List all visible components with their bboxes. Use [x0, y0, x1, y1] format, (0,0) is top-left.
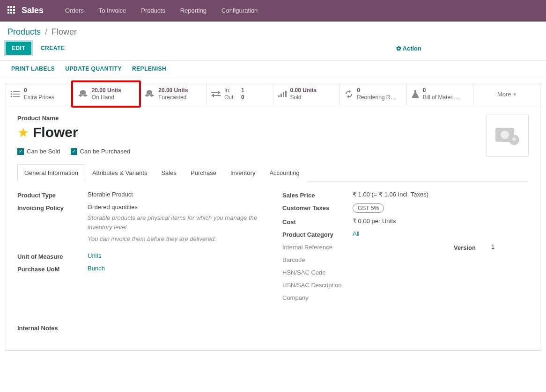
- breadcrumb: Products / Flower: [7, 27, 77, 37]
- action-row: EDIT CREATE ✿Action: [0, 37, 546, 61]
- transfer-icon: [211, 90, 221, 98]
- breadcrumb-sep: /: [45, 27, 47, 36]
- hsn-code-label: HSN/SAC Code: [282, 268, 353, 276]
- can-be-purchased-checkbox[interactable]: ✓ Can be Purchased: [71, 148, 131, 155]
- nav-configuration[interactable]: Configuration: [214, 0, 265, 21]
- boxes-icon: [78, 90, 88, 98]
- stat-forecasted[interactable]: 20.00 Units Forecasted: [140, 83, 207, 105]
- create-button[interactable]: CREATE: [37, 42, 68, 54]
- stat-out-value: 0: [241, 94, 244, 101]
- more-label: More: [497, 91, 511, 98]
- purchase-uom-value[interactable]: Bunch: [88, 265, 264, 272]
- svg-rect-33: [514, 138, 515, 141]
- svg-rect-8: [13, 12, 15, 14]
- top-nav: Sales Orders To Invoice Products Reporti…: [0, 0, 546, 22]
- stat-forecasted-label: Forecasted: [158, 94, 188, 101]
- product-category-value[interactable]: All: [353, 230, 454, 237]
- nav-orders[interactable]: Orders: [58, 0, 91, 21]
- tab-attributes-variants[interactable]: Attributes & Variants: [85, 164, 155, 181]
- replenish-button[interactable]: REPLENISH: [132, 65, 166, 72]
- svg-rect-25: [278, 95, 280, 97]
- gear-icon: ✿: [396, 45, 401, 52]
- svg-rect-1: [10, 6, 12, 8]
- action-dropdown[interactable]: ✿Action: [396, 45, 421, 52]
- product-category-label: Product Category: [282, 230, 353, 238]
- apps-icon[interactable]: [7, 6, 15, 15]
- stat-extra-prices[interactable]: 0 Extra Prices: [6, 83, 73, 105]
- can-be-sold-checkbox[interactable]: ✓ Can be Sold: [17, 148, 60, 155]
- svg-rect-11: [11, 94, 12, 95]
- stat-out-label: Out:: [224, 94, 237, 101]
- stat-in-out[interactable]: In:1 Out:0: [207, 83, 273, 105]
- cost-label: Cost: [282, 218, 353, 225]
- stat-on-hand[interactable]: 20.00 Units On Hand: [73, 83, 140, 105]
- svg-rect-10: [13, 91, 20, 92]
- checkbox-checked-icon: ✓: [71, 148, 77, 155]
- stat-more[interactable]: More ▾: [473, 83, 540, 105]
- stat-sold[interactable]: 0.00 Units Sold: [273, 83, 340, 105]
- tabs: General Information Attributes & Variant…: [17, 164, 529, 181]
- svg-rect-3: [7, 9, 9, 11]
- tab-accounting[interactable]: Accounting: [262, 164, 306, 181]
- stat-bom-label: Bill of Materi…: [423, 94, 459, 101]
- svg-rect-13: [11, 96, 12, 97]
- form-body: Product Type Storable Product Invoicing …: [6, 181, 540, 306]
- edit-button[interactable]: EDIT: [6, 42, 31, 55]
- product-type-label: Product Type: [17, 191, 88, 199]
- product-header: Product Name ★ Flower ✓ Can be Sold ✓ Ca…: [6, 105, 540, 161]
- tab-sales[interactable]: Sales: [154, 164, 184, 181]
- right-column: Sales Price ₹ 1.00 (= ₹ 1.06 Incl. Taxes…: [282, 191, 529, 306]
- secondary-toolbar: PRINT LABELS UPDATE QUANTITY REPLENISH: [0, 61, 546, 77]
- svg-rect-27: [283, 92, 284, 97]
- svg-rect-26: [280, 94, 282, 97]
- can-be-sold-label: Can be Sold: [27, 148, 60, 155]
- customer-taxes-value[interactable]: GST 5%: [353, 203, 384, 213]
- barcode-label: Barcode: [282, 255, 353, 263]
- nav-to-invoice[interactable]: To Invoice: [91, 0, 134, 21]
- print-labels-button[interactable]: PRINT LABELS: [11, 65, 55, 72]
- stat-on-hand-label: On Hand: [92, 94, 121, 101]
- svg-rect-28: [285, 91, 287, 97]
- invoicing-policy-value: Ordered quantities: [88, 203, 264, 211]
- bar-chart-icon: [278, 91, 287, 97]
- boxes-icon: [144, 90, 155, 98]
- app-title[interactable]: Sales: [22, 6, 44, 15]
- form-sheet: 0 Extra Prices 20.00 Units On Hand 20.00…: [6, 83, 540, 351]
- purchase-uom-label: Purchase UoM: [17, 265, 88, 273]
- cost-value: ₹ 0.00 per Units: [353, 218, 454, 225]
- stat-bom[interactable]: 0 Bill of Materi…: [407, 83, 474, 105]
- breadcrumb-root[interactable]: Products: [7, 27, 41, 36]
- favorite-star-icon[interactable]: ★: [17, 125, 29, 140]
- product-name: Flower: [33, 124, 78, 140]
- stat-reordering[interactable]: 0 Reordering R…: [340, 83, 407, 105]
- invoicing-policy-label: Invoicing Policy: [17, 203, 88, 211]
- stat-bom-value: 0: [423, 87, 459, 94]
- internal-reference-label: Internal Reference: [282, 243, 353, 251]
- svg-rect-9: [11, 91, 12, 92]
- can-be-purchased-label: Can be Purchased: [80, 148, 131, 155]
- version-value: 1: [491, 243, 529, 250]
- nav-reporting[interactable]: Reporting: [173, 0, 214, 21]
- svg-rect-2: [13, 6, 15, 8]
- hsn-desc-label: HSN/SAC Description: [282, 281, 362, 289]
- nav-products[interactable]: Products: [133, 0, 172, 21]
- company-label: Company: [282, 293, 353, 301]
- stat-button-row: 0 Extra Prices 20.00 Units On Hand 20.00…: [6, 83, 540, 105]
- uom-value[interactable]: Units: [88, 252, 264, 259]
- stat-in-value: 1: [241, 87, 244, 94]
- product-image-placeholder[interactable]: [487, 115, 529, 157]
- product-type-value: Storable Product: [88, 191, 264, 198]
- update-quantity-button[interactable]: UPDATE QUANTITY: [65, 65, 122, 72]
- breadcrumb-row: Products / Flower: [0, 22, 546, 37]
- stat-reordering-label: Reordering R…: [357, 94, 396, 101]
- stat-extra-prices-label: Extra Prices: [24, 94, 54, 101]
- invoicing-hint-2: You can invoice them before they are del…: [88, 234, 264, 244]
- svg-point-30: [501, 131, 509, 139]
- tab-inventory[interactable]: Inventory: [223, 164, 262, 181]
- tab-purchase[interactable]: Purchase: [184, 164, 223, 181]
- action-label: Action: [403, 45, 421, 52]
- svg-rect-0: [7, 6, 9, 8]
- stat-reordering-value: 0: [357, 87, 396, 94]
- tab-general-information[interactable]: General Information: [17, 164, 85, 181]
- internal-notes-label: Internal Notes: [17, 325, 529, 332]
